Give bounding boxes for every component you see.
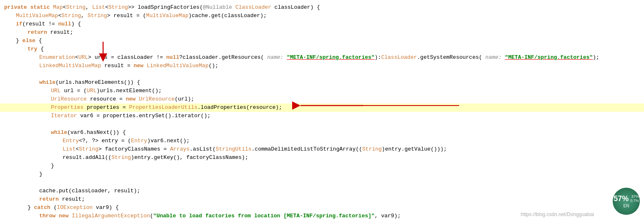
code-line: Iterator var6 = properties.entrySet().it… xyxy=(0,112,644,120)
code-text: if(result != null) { xyxy=(4,20,644,28)
code-text: } xyxy=(4,162,644,170)
watermark-text: https://blog.csdn.net/Dongguabai xyxy=(521,211,594,217)
normal-token: (url); xyxy=(175,96,194,102)
code-text: try { xyxy=(4,45,644,53)
normal-token: resource = xyxy=(87,96,126,102)
code-text: Iterator var6 = properties.entrySet().it… xyxy=(4,112,644,120)
code-line: return result; xyxy=(0,195,644,204)
type-token: String xyxy=(111,154,131,161)
string-token: "Unable to load factories from location … xyxy=(153,213,375,219)
type-token: Arrays xyxy=(170,146,189,152)
normal-token: (result != xyxy=(23,21,58,27)
type-token: String xyxy=(61,13,81,19)
type-token: URL xyxy=(51,88,61,94)
type-token: IllegalArgumentException xyxy=(72,213,150,219)
type-token: URL xyxy=(87,88,96,94)
type-token: Entry xyxy=(131,138,147,144)
keyword-token: return xyxy=(28,29,47,35)
code-text: UrlResource resource = new UrlResource(u… xyxy=(4,95,644,103)
normal-token xyxy=(56,213,59,219)
normal-token: ( xyxy=(150,213,153,219)
type-token: String xyxy=(79,146,98,152)
lang-label: EN xyxy=(624,204,629,208)
type-token: Entry xyxy=(63,138,79,144)
type-token: MultiValueMap xyxy=(146,13,188,19)
normal-token: > urls = classLoader != xyxy=(88,54,166,60)
normal-token: ) { xyxy=(71,21,81,27)
code-text: Properties properties = PropertiesLoader… xyxy=(4,103,644,112)
type-token: PropertiesLoaderUtils xyxy=(129,104,197,111)
code-text: LinkedMultiValueMap result = new LinkedM… xyxy=(4,62,644,70)
type-token: Map xyxy=(53,4,63,10)
normal-token: )var6.next(); xyxy=(147,138,189,144)
keyword-token: while xyxy=(39,79,56,86)
code-line: } catch (IOException var9) { xyxy=(0,204,644,212)
normal-token: cache.put(classLoader, result); xyxy=(39,188,140,194)
normal-token: result.addAll(( xyxy=(63,154,111,161)
code-text: result.addAll((String)entry.getKey(), fa… xyxy=(4,154,644,162)
normal-token: ( xyxy=(51,204,57,211)
stat2: 0.7% xyxy=(630,199,639,203)
normal-token: .getSystemResources( xyxy=(417,54,482,60)
code-text: Entry<?, ?> entry = (Entry)var6.next(); xyxy=(4,137,644,145)
code-container: private static Map<String, List<String>>… xyxy=(0,0,644,219)
code-line xyxy=(0,179,644,187)
normal-token: (urls.hasMoreElements()) { xyxy=(56,79,140,86)
type-token: Iterator xyxy=(51,113,77,119)
code-text xyxy=(4,70,644,78)
type-token: String xyxy=(88,13,107,19)
keyword-token: return xyxy=(39,196,59,202)
normal-token: ); xyxy=(593,54,599,60)
normal-token: var6 = properties.entrySet().iterator(); xyxy=(77,113,210,119)
normal-token: (); xyxy=(209,63,218,69)
code-text: cache.put(classLoader, result); xyxy=(4,187,644,195)
code-line: UrlResource resource = new UrlResource(u… xyxy=(0,95,644,103)
code-line xyxy=(0,70,644,78)
stat1: 37% xyxy=(631,194,639,199)
normal-token: classLoader) { xyxy=(271,4,320,10)
code-text: } catch (IOException var9) { xyxy=(4,204,644,212)
code-line: } else { xyxy=(0,37,644,45)
code-text: } else { xyxy=(4,37,644,45)
normal-token: { xyxy=(37,46,44,52)
code-line: Properties properties = PropertiesLoader… xyxy=(0,103,644,112)
code-text xyxy=(4,120,644,128)
normal-token: )cache.get(classLoader); xyxy=(189,13,267,19)
code-text: List<String> factoryClassNames = Arrays.… xyxy=(4,145,644,154)
normal-token: <?, ?> entry = ( xyxy=(79,138,131,144)
type-token: ClassLoader xyxy=(381,54,417,60)
normal-token: < xyxy=(76,146,79,152)
code-text: private static Map<String, List<String>>… xyxy=(4,3,644,12)
normal-token: var9) { xyxy=(93,204,119,211)
type-token: ClassLoader xyxy=(235,4,271,10)
normal-token: > factoryClassNames = xyxy=(98,146,170,152)
type-token: MultiValueMap xyxy=(16,13,58,19)
normal-token: ?classLoader.getResources( xyxy=(179,54,264,60)
normal-token: )urls.nextElement(); xyxy=(96,88,162,94)
normal-token: >> loadSpringFactories( xyxy=(128,4,203,10)
keyword-token: new xyxy=(126,96,135,102)
code-line: while(var6.hasNext()) { xyxy=(0,128,644,137)
code-text: Enumeration<URL> urls = classLoader != n… xyxy=(4,53,644,62)
normal-token: .asList( xyxy=(189,146,215,152)
type-token: UrlResource xyxy=(51,96,87,102)
keyword-token: catch xyxy=(34,204,51,211)
type-token: URL xyxy=(78,54,88,60)
underline-string-token: "META-INF/spring.factories" xyxy=(287,54,375,60)
name-label-token: name: xyxy=(482,54,505,60)
normal-token: , var9); xyxy=(375,213,401,219)
code-line: URL url = (URL)urls.nextElement(); xyxy=(0,87,644,95)
code-line: List<String> factoryClassNames = Arrays.… xyxy=(0,145,644,154)
normal-token: result = xyxy=(101,63,134,69)
code-text: MultiValueMap<String, String> result = (… xyxy=(4,12,644,20)
normal-token xyxy=(136,96,139,102)
code-text xyxy=(4,179,644,187)
keyword-token: throw xyxy=(39,213,56,219)
type-token: LinkedMultiValueMap xyxy=(146,63,208,69)
type-token: List xyxy=(63,146,76,152)
code-line: LinkedMultiValueMap result = new LinkedM… xyxy=(0,62,644,70)
keyword-token: new xyxy=(59,213,68,219)
normal-token: } xyxy=(16,38,23,44)
keyword-token: try xyxy=(28,46,37,52)
code-line: while(urls.hasMoreElements()) { xyxy=(0,78,644,87)
